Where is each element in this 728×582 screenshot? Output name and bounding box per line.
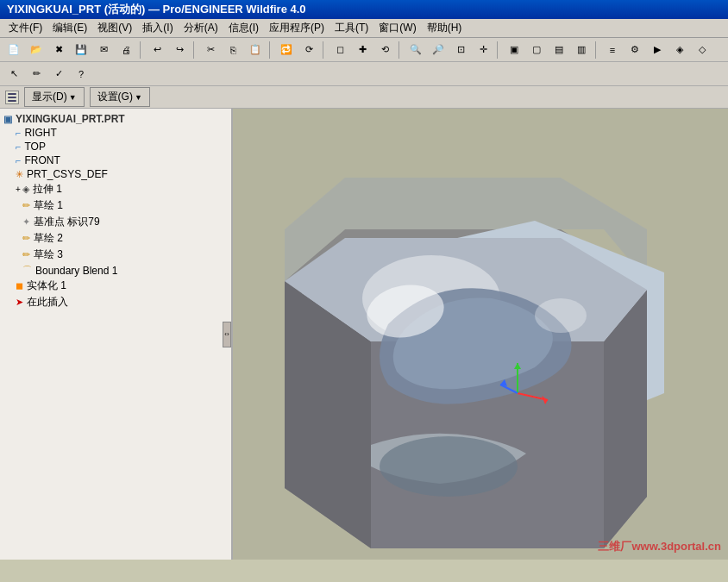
tree-label-boundary-blend: Boundary Blend 1 [35,265,117,277]
tree-item-solid[interactable]: ◼ 实体化 1 [2,278,229,294]
new-button[interactable]: 📄 [3,41,24,59]
regen-button[interactable]: 🔁 [276,41,297,59]
query-button[interactable]: ? [71,65,91,84]
sep5 [399,41,402,59]
menu-file[interactable]: 文件(F) [3,19,47,37]
sidebar-resize-handle[interactable]: ‹› [223,322,231,347]
svg-point-14 [535,298,587,333]
svg-point-15 [380,436,518,497]
menu-apps[interactable]: 应用程序(P) [264,19,329,37]
display-button[interactable]: 显示(D) ▼ [24,87,85,107]
sketch2-button[interactable]: ✏ [26,65,47,84]
tree-item-datum[interactable]: ✦ 基准点 标识79 [2,214,229,230]
model-canvas [233,109,492,238]
tree-item-front[interactable]: ⌐ FRONT [2,153,229,167]
tree-label-right: RIGHT [24,127,56,139]
tree-item-sketch1[interactable]: ✏ 草绘 1 [2,197,229,214]
tree-item-sketch3[interactable]: ✏ 草绘 3 [2,247,229,263]
tree-item-top[interactable]: ⌐ TOP [2,140,229,153]
csys-icon: ✳ [16,169,23,180]
shade-button[interactable]: ▣ [504,41,524,59]
spin-button[interactable]: ⟲ [374,41,395,59]
open-button[interactable]: 📂 [26,41,47,59]
sidebar: ▣ YIXINGKUAI_PRT.PRT ⌐ RIGHT ⌐ TOP ⌐ FRO… [0,109,233,560]
regen2-button[interactable]: ⟳ [298,41,319,59]
noHide-button[interactable]: ▥ [571,41,592,59]
menu-insert[interactable]: 插入(I) [137,19,178,37]
tree-item-insert[interactable]: ➤ 在此插入 [2,294,229,310]
print-button[interactable]: 🖨 [116,41,136,59]
wire-button[interactable]: ▢ [526,41,547,59]
blend-icon: ⌒ [22,264,32,277]
tree-label-datum: 基准点 标识79 [34,215,100,229]
menu-edit[interactable]: 编辑(E) [47,19,92,37]
main-area: ▣ YIXINGKUAI_PRT.PRT ⌐ RIGHT ⌐ TOP ⌐ FRO… [0,109,728,560]
menu-bar: 文件(F) 编辑(E) 视图(V) 插入(I) 分析(A) 信息(I) 应用程序… [0,19,728,38]
tree-root-label: YIXINGKUAI_PRT.PRT [16,113,125,125]
settings2-button[interactable]: ⚙ [624,41,645,59]
undo-button[interactable]: ↩ [147,41,167,59]
svg-rect-2 [8,100,16,102]
settings-button[interactable]: 设置(G) ▼ [90,87,150,107]
menu-analysis[interactable]: 分析(A) [179,19,223,37]
sketch-icon-1: ✏ [22,200,30,211]
sketch-icon-2: ✏ [22,233,30,244]
save-button[interactable]: 💾 [71,41,91,59]
snap-button[interactable]: ✚ [352,41,373,59]
tree-label-solid: 实体化 1 [27,278,66,293]
redo-button[interactable]: ↪ [169,41,190,59]
cut-button[interactable]: ✂ [200,41,221,59]
extrude-icon: ◈ [22,184,29,195]
tree-item-right[interactable]: ⌐ RIGHT [2,126,229,140]
tree-label-sketch1: 草绘 1 [34,198,63,213]
trail-button[interactable]: ▶ [647,41,668,59]
tree-icon [5,91,19,104]
insert-icon: ➤ [16,297,23,308]
check-button[interactable]: ✓ [48,65,69,84]
sep3 [269,41,273,59]
select-button[interactable]: ↖ [3,65,24,84]
tree-label-top: TOP [24,141,45,153]
tree-label-sketch2: 草绘 2 [34,231,63,246]
zoomout-button[interactable]: 🔎 [428,41,449,59]
title-text: YIXINGKUAI_PRT (活动的) — Pro/ENGINEER Wild… [7,2,306,17]
menu-tools[interactable]: 工具(T) [329,19,373,37]
tree-item-sketch2[interactable]: ✏ 草绘 2 [2,230,229,247]
svg-rect-0 [8,93,16,95]
menu-help[interactable]: 帮助(H) [422,19,468,37]
tree-label-extrude: 拉伸 1 [33,182,62,197]
extra2-button[interactable]: ◇ [692,41,712,59]
pan-button[interactable]: ✛ [473,41,493,59]
menu-view[interactable]: 视图(V) [92,19,137,37]
layer-button[interactable]: ≡ [602,41,623,59]
display-settings-bar: 显示(D) ▼ 设置(G) ▼ [0,86,728,109]
toolbar-row2: ↖ ✏ ✓ ? [0,62,728,86]
root-icon: ▣ [3,114,12,125]
paste-button[interactable]: 📋 [245,41,266,59]
tree-label-csys: PRT_CSYS_DEF [27,168,108,180]
extra-button[interactable]: ◈ [669,41,690,59]
email-button[interactable]: ✉ [93,41,114,59]
tree-root[interactable]: ▣ YIXINGKUAI_PRT.PRT [2,112,229,126]
tree-item-boundary-blend[interactable]: ⌒ Boundary Blend 1 [2,263,229,278]
menu-window[interactable]: 窗口(W) [373,19,421,37]
title-bar: YIXINGKUAI_PRT (活动的) — Pro/ENGINEER Wild… [0,0,728,19]
copy-button[interactable]: ⎘ [223,41,243,59]
tree-item-csys[interactable]: ✳ PRT_CSYS_DEF [2,167,229,181]
menu-info[interactable]: 信息(I) [223,19,264,37]
sep1 [140,41,143,59]
zoomin-button[interactable]: 🔍 [405,41,426,59]
settings-dropdown-icon: ▼ [135,93,142,102]
close-button[interactable]: ✖ [48,41,69,59]
sketch-icon-3: ✏ [22,249,30,260]
expand-extrude-icon[interactable]: + [16,185,21,194]
sep2 [193,41,197,59]
hidden-button[interactable]: ▤ [549,41,569,59]
zoomfit-button[interactable]: ⊡ [450,41,471,59]
view3d-button[interactable]: ◻ [329,41,350,59]
model-tree: ▣ YIXINGKUAI_PRT.PRT ⌐ RIGHT ⌐ TOP ⌐ FRO… [0,109,231,314]
tree-item-extrude[interactable]: + ◈ 拉伸 1 [2,181,229,197]
display-dropdown-icon: ▼ [69,93,77,102]
viewport[interactable]: 三维厂www.3dportal.cn [233,109,728,560]
toolbar-row1: 📄 📂 ✖ 💾 ✉ 🖨 ↩ ↪ ✂ ⎘ 📋 🔁 ⟳ ◻ ✚ ⟲ 🔍 🔎 ⊡ ✛ … [0,38,728,62]
